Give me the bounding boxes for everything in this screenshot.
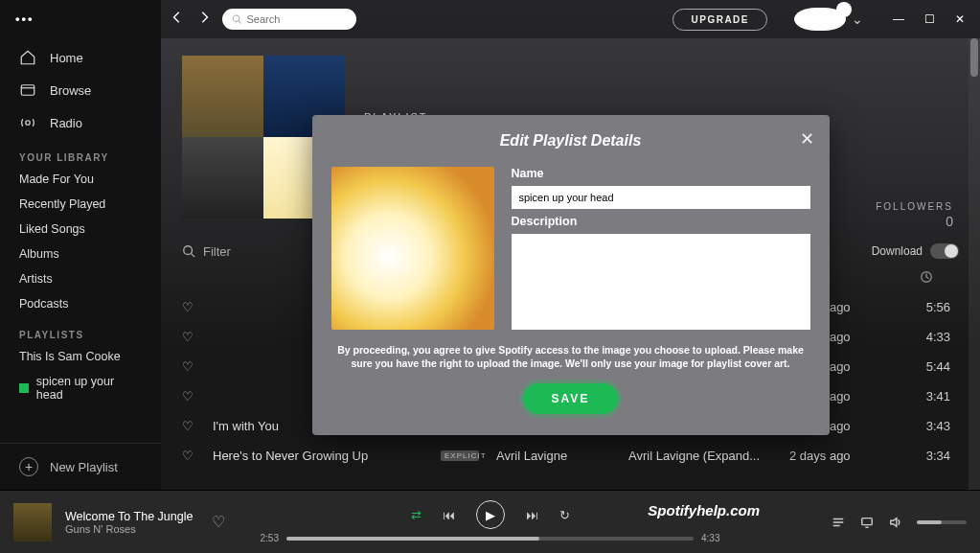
lib-made-for-you[interactable]: Made For You	[0, 167, 161, 192]
sidebar: ••• Home Browse Radio YOUR LIBRARY Made …	[0, 0, 161, 490]
playlists-header: PLAYLISTS	[0, 316, 161, 344]
nav-label: Radio	[50, 116, 82, 130]
repeat-button[interactable]: ↻	[559, 508, 570, 522]
nav-radio[interactable]: Radio	[0, 106, 161, 139]
watermark: Spotifyhelp.com	[648, 502, 760, 518]
playlist-item-active[interactable]: spicen up your head	[0, 369, 161, 407]
now-playing-artist[interactable]: Guns N' Roses	[65, 523, 193, 535]
name-label: Name	[512, 167, 810, 180]
description-label: Description	[512, 215, 810, 228]
player-bar: Welcome To The Jungle Guns N' Roses ♡ ⇄ …	[0, 490, 980, 553]
devices-button[interactable]	[859, 516, 875, 529]
nav-browse[interactable]: Browse	[0, 74, 161, 106]
now-playing-cover[interactable]	[13, 503, 52, 541]
duration-label: 4:33	[701, 533, 719, 543]
position-label: 2:53	[261, 533, 279, 543]
nav-forward-button[interactable]	[197, 11, 211, 28]
modal-disclaimer: By proceeding, you agree to give Spotify…	[331, 343, 810, 370]
progress-bar[interactable]	[286, 537, 694, 541]
library-header: YOUR LIBRARY	[0, 139, 161, 167]
description-input[interactable]	[512, 234, 810, 330]
like-button[interactable]: ♡	[212, 513, 225, 531]
window-minimize-button[interactable]: —	[892, 12, 905, 26]
chevron-down-icon[interactable]: ⌄	[852, 12, 863, 27]
svg-point-0	[233, 15, 239, 22]
home-icon	[19, 49, 36, 66]
volume-icon[interactable]	[888, 516, 903, 529]
modal-overlay: ✕ Edit Playlist Details Name Description…	[161, 38, 980, 490]
new-playlist-button[interactable]: + New Playlist	[0, 443, 161, 490]
queue-button[interactable]	[831, 516, 846, 529]
search-field[interactable]	[222, 9, 356, 30]
app-menu-button[interactable]: •••	[0, 10, 161, 41]
play-button[interactable]: ▶	[476, 500, 505, 529]
svg-rect-1	[21, 85, 34, 96]
nav-home[interactable]: Home	[0, 41, 161, 74]
playlist-item[interactable]: This Is Sam Cooke	[0, 344, 161, 369]
search-input[interactable]	[246, 13, 347, 25]
modal-title: Edit Playlist Details	[331, 132, 810, 150]
svg-rect-6	[862, 518, 873, 524]
search-icon	[232, 13, 241, 25]
nav-back-button[interactable]	[171, 11, 184, 28]
topbar: UPGRADE ⌄ — ☐ ✕	[161, 0, 980, 38]
new-playlist-label: New Playlist	[50, 460, 118, 474]
name-input[interactable]	[512, 186, 810, 209]
lib-albums[interactable]: Albums	[0, 242, 161, 266]
previous-button[interactable]: ⏮	[443, 508, 455, 522]
lib-artists[interactable]: Artists	[0, 266, 161, 291]
main-content: PLAYLIST FOLLOWERS 0 Filter Download	[161, 0, 980, 490]
lib-recently-played[interactable]: Recently Played	[0, 192, 161, 217]
svg-point-2	[26, 121, 31, 126]
lib-podcasts[interactable]: Podcasts	[0, 291, 161, 316]
window-maximize-button[interactable]: ☐	[923, 12, 936, 26]
now-playing-title[interactable]: Welcome To The Jungle	[65, 510, 193, 523]
next-button[interactable]: ⏭	[526, 508, 538, 522]
browse-icon	[19, 81, 36, 99]
shuffle-button[interactable]: ⇄	[411, 508, 422, 522]
upgrade-button[interactable]: UPGRADE	[672, 9, 767, 31]
close-button[interactable]: ✕	[800, 128, 814, 150]
volume-slider[interactable]	[917, 520, 967, 524]
playlist-image-picker[interactable]	[331, 167, 494, 330]
nav-label: Browse	[50, 83, 91, 98]
save-button[interactable]: SAVE	[523, 383, 619, 414]
edit-playlist-modal: ✕ Edit Playlist Details Name Description…	[312, 115, 830, 435]
nav-label: Home	[50, 51, 83, 65]
lib-liked-songs[interactable]: Liked Songs	[0, 217, 161, 242]
user-menu-button[interactable]	[794, 8, 846, 31]
window-close-button[interactable]: ✕	[953, 12, 967, 26]
radio-icon	[19, 114, 36, 131]
plus-icon: +	[19, 457, 38, 476]
